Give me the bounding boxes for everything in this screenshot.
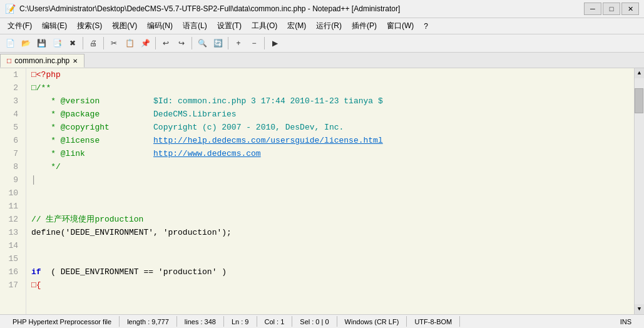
title-bar-left: 📝 C:\Users\Administrator\Desktop\DedeCMS… [5,4,400,14]
code-line: // 生产环境使用production [31,213,629,226]
code-line: * @copyright Copyright (c) 2007 - 2010, … [31,121,629,134]
code-line: * @link http://www.dedecms.com [31,147,629,160]
menu-item[interactable]: 插件(P) [347,19,382,33]
code-line [31,200,629,213]
code-token: ( DEDE_ENVIRONMENT == 'production' ) [41,267,227,277]
line-number: 7 [5,147,21,160]
code-token: □{ [31,280,41,290]
save-button[interactable]: 💾 [34,36,49,50]
scrollbar-thumb[interactable] [635,88,643,113]
toolbar: 📄 📂 💾 📑 ✖ 🖨 ✂ 📋 📌 ↩ ↪ 🔍 🔄 + − ▶ [0,34,644,53]
line-numbers: 1234567891011121314151617 [0,68,26,314]
code-token: // [31,215,46,224]
line-number: 17 [5,279,21,292]
sep3 [155,37,156,49]
print-button[interactable]: 🖨 [86,36,101,50]
menu-item[interactable]: 文件(F) [3,19,37,33]
menu-item[interactable]: 设置(T) [212,19,247,33]
maximize-button[interactable]: □ [603,3,620,15]
sep5 [228,37,228,49]
code-token: * @copyright [31,123,153,132]
close-button[interactable]: ✕ [621,3,639,15]
open-button[interactable]: 📂 [18,36,33,50]
menu-item[interactable]: 搜索(S) [72,19,107,33]
code-token: production [95,215,143,224]
menu-item[interactable]: 运行(R) [311,19,347,33]
code-token: http://www.dedecms.com [153,149,261,158]
status-lines: lines : 348 [177,316,224,327]
sep6 [264,37,265,49]
code-line: □{ [31,279,629,292]
line-number: 8 [5,160,21,173]
main-window: 📝 C:\Users\Administrator\Desktop\DedeCMS… [0,0,644,328]
status-bar: PHP Hypertext Preprocessor file length :… [0,314,644,328]
tab-common-inc-php[interactable]: □ common.inc.php ✕ [0,54,84,68]
replace-button[interactable]: 🔄 [210,36,225,50]
code-token: * @link [31,149,153,158]
code-area[interactable]: □<?php□/** * @version $Id: common.inc.ph… [26,68,634,314]
line-number: 2 [5,81,21,95]
cut-button[interactable]: ✂ [106,36,121,50]
line-number: 14 [5,239,21,252]
close-file-button[interactable]: ✖ [65,36,80,50]
status-encoding: UTF-8-BOM [407,316,460,327]
tab-bar: □ common.inc.php ✕ [0,53,644,68]
title-bar: 📝 C:\Users\Administrator\Desktop\DedeCMS… [0,0,644,18]
menu-item[interactable]: 工具(O) [247,19,282,33]
code-token: $Id: common.inc.php 3 17:44 2010-11-23 t… [153,96,383,106]
line-number: 9 [5,173,21,187]
status-col: Col : 1 [257,316,293,327]
code-token: if [31,267,41,277]
code-token: http://help.dedecms.com/usersguide/licen… [153,136,383,145]
zoom-out-button[interactable]: − [247,36,262,50]
menu-item[interactable]: 编码(N) [142,19,178,33]
tab-icon: □ [7,56,11,65]
scroll-up-arrow[interactable]: ▲ [635,68,645,78]
code-token: ('DEDE_ENVIRONMENT', 'production'); [61,228,232,237]
macro-button[interactable]: ▶ [267,36,282,50]
menu-item[interactable]: ? [419,21,433,32]
code-line: define('DEDE_ENVIRONMENT', 'production')… [31,226,629,239]
code-line: * @version $Id: common.inc.php 3 17:44 2… [31,95,629,108]
code-line: □<?php [31,68,629,81]
line-number: 11 [5,200,21,213]
code-token: * @license [31,136,153,145]
status-length: length : 9,777 [120,316,177,327]
menu-item[interactable]: 编辑(E) [37,19,72,33]
code-line: □/** [31,81,629,95]
new-button[interactable]: 📄 [3,36,18,50]
sep1 [83,37,83,49]
line-number: 10 [5,187,21,200]
menu-item[interactable]: 语言(L) [178,19,212,33]
vertical-scrollbar[interactable]: ▲ ▼ [634,68,644,314]
zoom-in-button[interactable]: + [231,36,246,50]
code-line [31,239,629,252]
menu-item[interactable]: 宏(M) [282,19,311,33]
tab-close-button[interactable]: ✕ [73,58,78,64]
status-sel: Sel : 0 | 0 [292,316,337,327]
find-button[interactable]: 🔍 [195,36,210,50]
line-number: 16 [5,265,21,279]
code-line: */ [31,160,629,173]
line-number: 12 [5,213,21,226]
code-token: │ [31,175,36,185]
menu-item[interactable]: 视图(V) [107,19,142,33]
save-all-button[interactable]: 📑 [49,36,64,50]
undo-button[interactable]: ↩ [158,36,173,50]
redo-button[interactable]: ↪ [174,36,189,50]
line-number: 3 [5,95,21,108]
code-token: * @version [31,96,153,106]
status-filetype: PHP Hypertext Preprocessor file [5,316,120,327]
paste-button[interactable]: 📌 [138,36,153,50]
minimize-button[interactable]: ─ [584,3,601,15]
tab-label: common.inc.php [14,56,69,65]
code-token: define [31,228,61,237]
line-number: 13 [5,226,21,239]
code-token: DedeCMS.Libraries [153,110,237,119]
editor-container[interactable]: 1234567891011121314151617 □<?php□/** * @… [0,68,634,314]
scroll-down-arrow[interactable]: ▼ [635,304,645,314]
line-number: 4 [5,108,21,121]
status-ln: Ln : 9 [224,316,257,327]
copy-button[interactable]: 📋 [122,36,137,50]
menu-item[interactable]: 窗口(W) [382,19,419,33]
